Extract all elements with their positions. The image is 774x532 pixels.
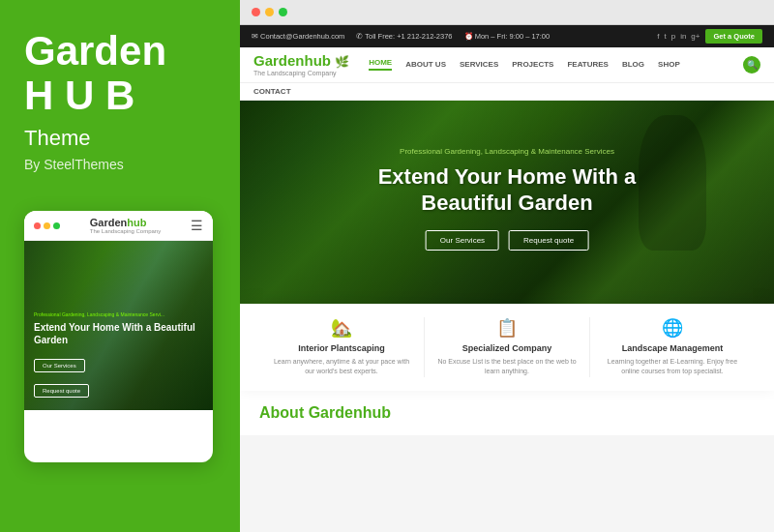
nav-item-shop[interactable]: SHOP bbox=[658, 60, 680, 69]
theme-subtitle: Theme bbox=[24, 126, 216, 151]
hero-services-button[interactable]: Our Services bbox=[426, 230, 499, 251]
browser-dot-red[interactable] bbox=[252, 8, 260, 16]
nav-item-blog[interactable]: BLOG bbox=[622, 60, 644, 69]
mobile-services-button[interactable]: Our Services bbox=[34, 359, 85, 372]
contact-email: ✉ Contact@Gardenhub.com bbox=[252, 32, 344, 41]
mobile-logo-text: Gardenhub bbox=[90, 217, 161, 228]
nav-item-contact[interactable]: CONTACT bbox=[253, 87, 291, 96]
hero-request-button[interactable]: Request quote bbox=[509, 230, 588, 251]
get-quote-button[interactable]: Get a Quote bbox=[705, 29, 762, 44]
mobile-dot-yellow bbox=[44, 222, 50, 229]
left-panel: Garden H U B Theme By SteelThemes Garden… bbox=[0, 0, 240, 532]
company-icon: 📋 bbox=[434, 317, 580, 339]
pinterest-icon[interactable]: p bbox=[671, 32, 675, 41]
feature-title-plantscaping: Interior Plantscaping bbox=[269, 343, 414, 353]
browser-dot-green[interactable] bbox=[279, 8, 287, 16]
mobile-dot-red bbox=[34, 222, 41, 229]
nav-logo-text: Gardenhub 🌿 bbox=[253, 53, 349, 70]
hamburger-icon[interactable]: ☰ bbox=[191, 218, 203, 233]
nav-item-projects[interactable]: PROJECTS bbox=[512, 60, 553, 69]
about-title: About Gardenhub bbox=[259, 404, 755, 422]
info-bar-left: ✉ Contact@Gardenhub.com ✆ Toll Free: +1 … bbox=[252, 32, 550, 41]
facebook-icon[interactable]: f bbox=[657, 32, 659, 41]
feature-desc-landscape: Learning together at E-Learning. Enjoy f… bbox=[600, 357, 745, 377]
nav-logo-sub: The Landscaping Company bbox=[253, 70, 349, 76]
hero-title: Extend Your Home With a Beautiful Garden bbox=[267, 163, 748, 217]
mobile-logo: Gardenhub The Landscaping Company bbox=[90, 217, 161, 234]
social-icons: f t p in g+ bbox=[657, 32, 700, 41]
nav-item-home[interactable]: HOME bbox=[369, 58, 392, 71]
browser-dot-yellow[interactable] bbox=[265, 8, 274, 16]
googleplus-icon[interactable]: g+ bbox=[691, 32, 700, 41]
feature-card-company: 📋 Specialized Company No Excuse List is … bbox=[425, 317, 590, 377]
mobile-hero-title: Extend Your Home With a Beautiful Garden bbox=[34, 321, 203, 346]
hero-section: Professional Gardening, Landscaping & Ma… bbox=[240, 101, 774, 304]
second-nav: CONTACT bbox=[240, 83, 774, 101]
nav-item-about[interactable]: ABOUT US bbox=[405, 60, 446, 69]
nav-item-features[interactable]: FEATURES bbox=[567, 60, 609, 69]
feature-card-landscape: 🌐 Landscape Management Learning together… bbox=[590, 317, 755, 377]
feature-cards: 🏡 Interior Plantscaping Learn anywhere, … bbox=[240, 304, 774, 391]
plantscaping-icon: 🏡 bbox=[269, 317, 414, 339]
mobile-request-button[interactable]: Request quote bbox=[34, 384, 89, 398]
mobile-preview: Gardenhub The Landscaping Company ☰ Prof… bbox=[24, 211, 213, 462]
mobile-hero-subtitle: Professional Gardening, Landscaping & Ma… bbox=[34, 311, 203, 317]
browser-chrome bbox=[240, 0, 774, 25]
hero-content: Professional Gardening, Landscaping & Ma… bbox=[267, 147, 748, 251]
right-panel: ✉ Contact@Gardenhub.com ✆ Toll Free: +1 … bbox=[240, 0, 774, 532]
main-nav: Gardenhub 🌿 The Landscaping Company HOME… bbox=[240, 47, 774, 83]
search-button[interactable]: 🔍 bbox=[743, 56, 760, 74]
feature-desc-plantscaping: Learn anywhere, anytime & at your pace w… bbox=[269, 357, 414, 377]
nav-items: HOME ABOUT US SERVICES PROJECTS FEATURES… bbox=[369, 58, 743, 71]
nav-logo: Gardenhub 🌿 The Landscaping Company bbox=[253, 53, 349, 76]
info-bar: ✉ Contact@Gardenhub.com ✆ Toll Free: +1 … bbox=[240, 25, 774, 47]
feature-title-landscape: Landscape Management bbox=[600, 343, 745, 353]
mobile-hero-bg: Professional Gardening, Landscaping & Ma… bbox=[24, 241, 213, 410]
mobile-header: Gardenhub The Landscaping Company ☰ bbox=[24, 211, 213, 241]
mobile-dot-green bbox=[53, 222, 60, 229]
mobile-hero: Professional Gardening, Landscaping & Ma… bbox=[24, 241, 213, 410]
linkedin-icon[interactable]: in bbox=[680, 32, 686, 41]
feature-desc-company: No Excuse List is the best place on the … bbox=[434, 357, 580, 377]
feature-title-company: Specialized Company bbox=[434, 343, 580, 353]
theme-title: Garden H U B bbox=[24, 29, 216, 118]
hero-tag: Professional Gardening, Landscaping & Ma… bbox=[267, 147, 748, 156]
theme-by: By SteelThemes bbox=[24, 157, 216, 172]
feature-card-plantscaping: 🏡 Interior Plantscaping Learn anywhere, … bbox=[259, 317, 425, 377]
info-bar-right: f t p in g+ Get a Quote bbox=[657, 29, 762, 44]
mobile-logo-sub: The Landscaping Company bbox=[90, 228, 161, 234]
landscape-icon: 🌐 bbox=[600, 317, 745, 339]
nav-item-services[interactable]: SERVICES bbox=[460, 60, 498, 69]
contact-phone: ✆ Toll Free: +1 212-212-2376 bbox=[356, 32, 452, 41]
about-section: About Gardenhub bbox=[240, 391, 774, 435]
mobile-window-dots bbox=[34, 222, 60, 229]
twitter-icon[interactable]: t bbox=[664, 32, 666, 41]
business-hours: ⏰ Mon – Fri: 9:00 – 17:00 bbox=[464, 32, 551, 41]
hero-buttons: Our Services Request quote bbox=[267, 230, 748, 251]
